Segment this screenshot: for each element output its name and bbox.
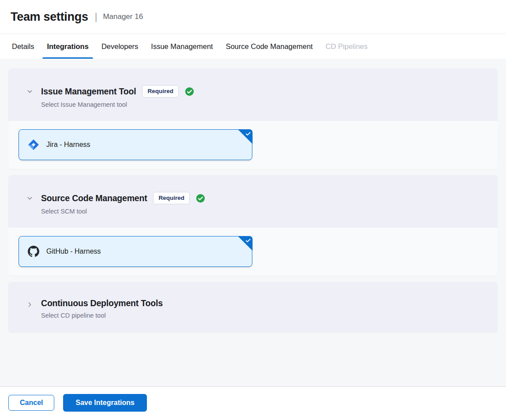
tab-issue-management[interactable]: Issue Management (151, 34, 213, 59)
tab-source-code-management[interactable]: Source Code Management (226, 34, 313, 59)
title-separator: | (95, 11, 97, 22)
section-source-code-management-header[interactable]: Source Code Management Required Select S… (8, 175, 498, 228)
save-integrations-button[interactable]: Save Integrations (63, 394, 146, 412)
chevron-right-icon (26, 301, 34, 308)
section-source-code-management: Source Code Management Required Select S… (8, 175, 498, 276)
required-badge: Required (142, 85, 179, 98)
required-badge: Required (153, 192, 190, 204)
section-title: Issue Management Tool (41, 86, 136, 97)
tab-cd-pipelines[interactable]: CD Pipelines (326, 34, 367, 59)
chevron-down-icon (26, 195, 34, 202)
integrations-panel: Issue Management Tool Required Select Is… (0, 59, 506, 386)
action-footer: Cancel Save Integrations (0, 386, 506, 420)
section-continuous-deployment: Continuous Deployment Tools Select CD pi… (8, 282, 498, 333)
check-circle-icon (185, 87, 194, 96)
section-issue-management-header[interactable]: Issue Management Tool Required Select Is… (8, 68, 498, 121)
tab-details[interactable]: Details (12, 34, 34, 59)
tool-card-github-harness[interactable]: GitHub - Harness (19, 236, 252, 267)
section-subtitle: Select Issue Management tool (41, 101, 487, 108)
github-icon (28, 246, 39, 257)
page-title: Team settings (11, 10, 88, 24)
tool-label: Jira - Harness (46, 141, 90, 149)
cancel-button[interactable]: Cancel (8, 395, 54, 411)
section-source-code-management-body: GitHub - Harness (8, 228, 498, 276)
team-name: Manager 16 (103, 12, 143, 21)
section-issue-management: Issue Management Tool Required Select Is… (8, 68, 498, 169)
tab-bar: Details Integrations Developers Issue Ma… (0, 34, 506, 59)
tool-card-jira-harness[interactable]: Jira - Harness (19, 129, 252, 160)
section-title: Continuous Deployment Tools (41, 298, 163, 308)
check-circle-icon (196, 194, 205, 203)
section-continuous-deployment-header[interactable]: Continuous Deployment Tools Select CD pi… (8, 282, 498, 333)
tab-integrations[interactable]: Integrations (47, 34, 88, 59)
selected-check-icon (238, 236, 253, 251)
section-subtitle: Select CD pipeline tool (41, 312, 487, 319)
section-issue-management-body: Jira - Harness (8, 121, 498, 169)
selected-check-icon (238, 129, 253, 144)
section-subtitle: Select SCM tool (41, 208, 487, 215)
chevron-down-icon (26, 88, 34, 95)
page-header: Team settings | Manager 16 (0, 0, 506, 34)
tool-label: GitHub - Harness (46, 248, 101, 255)
jira-icon (28, 139, 39, 150)
section-title: Source Code Management (41, 193, 147, 203)
tab-developers[interactable]: Developers (101, 34, 138, 59)
